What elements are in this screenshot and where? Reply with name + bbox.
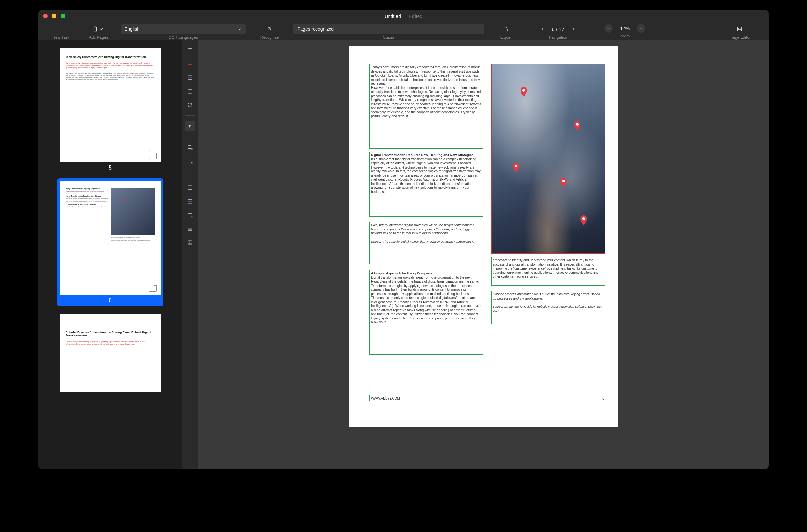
thumb-body: This has left many companies striving to… [65,72,155,80]
new-task-button[interactable] [54,24,68,34]
pointer-tool[interactable] [185,121,195,131]
remove-area-part-tool[interactable] [185,156,195,166]
table-area-tool[interactable] [185,72,195,83]
chevron-down-icon [237,27,242,31]
svg-rect-16 [188,227,192,231]
map-pin-icon [512,163,520,172]
text-block[interactable]: A Unique Approach for Every Company Digi… [369,270,483,355]
image-editor-label: Image Editor [728,35,751,40]
page-indicator[interactable]: 6 / 17 [549,26,567,32]
recognize-button[interactable] [263,24,276,34]
thumb-number: 6 [60,297,161,304]
toolbar: New Task Add Pages English OCR Languages [38,22,769,40]
ocr-languages-label: OCR Languages [169,35,197,40]
barcode-area-tool[interactable] [185,86,195,96]
text-block-quote[interactable]: Robotic process automation tools cut cos… [491,291,605,324]
text-area-tool[interactable]: T [185,45,195,55]
minimize-window-button[interactable] [52,14,56,18]
table-add-hsep-tool[interactable] [185,196,195,207]
footer-url-block[interactable]: WWW.ABBYY.COM [369,395,405,401]
zoom-in-button[interactable]: + [637,24,645,33]
recognize-label: Recognize [261,35,279,40]
add-pages-label: Add Pages [89,35,108,40]
thumbnail-5[interactable]: Tech Savvy Customers Are Driving Digital… [57,46,163,174]
picture-block[interactable] [491,64,605,253]
thumbnail-sidebar[interactable]: Tech Savvy Customers Are Driving Digital… [38,40,182,470]
close-window-button[interactable] [43,14,47,18]
add-pages-button[interactable] [89,24,108,34]
status-bar[interactable]: Pages recognized [293,24,484,34]
navigation-label: Navigation [549,35,568,40]
text-block[interactable]: Digital Transformation Requires New Thin… [369,152,483,217]
thumb-intro: We are currently witnessing unprecedente… [65,62,155,69]
titlebar: Untitled — Edited [38,10,769,22]
table-delete-sep-tool[interactable] [185,210,195,220]
thumbnail-6[interactable]: Today's consumers are digitally empowere… [57,178,163,306]
table-split-tool[interactable] [185,237,195,248]
status-label: Status [383,35,394,40]
svg-text:T: T [189,49,191,52]
new-task-label: New Task [53,35,70,40]
status-value: Pages recognized [297,26,334,32]
svg-rect-1 [737,27,742,31]
thumbnail-7[interactable]: Robotic Process Automation – A Driving F… [57,311,163,395]
map-pin-icon [560,178,568,187]
footer-pagenum-block[interactable]: 6 [601,395,606,401]
svg-rect-8 [188,103,192,107]
text-block[interactable]: processes to identify and understand you… [491,257,605,286]
page-6[interactable]: Today's consumers are digitally empowere… [349,46,618,427]
svg-rect-11 [188,159,191,162]
thumb-heading: Tech Savvy Customers Are Driving Digital… [65,55,155,59]
app-window: Untitled — Edited New Task Add Pages Eng [38,10,769,470]
picture-area-tool[interactable] [185,59,195,69]
map-pin-icon [573,121,581,131]
prev-page-button[interactable] [537,24,547,34]
next-page-button[interactable] [569,24,578,34]
zoom-value[interactable]: 17% [615,26,635,31]
export-button[interactable] [499,24,512,34]
ocr-language-select[interactable]: English [121,24,246,34]
text-block-quote[interactable]: Bold, tightly integrated digital strateg… [369,222,483,264]
svg-rect-7 [188,89,192,93]
page-viewer[interactable]: Today's consumers are digitally empowere… [198,40,769,470]
zoom-window-button[interactable] [61,14,65,18]
export-label: Export [500,35,512,40]
thumb-heading: Robotic Process Automation – A Driving F… [65,330,155,337]
image-editor-button[interactable] [733,24,746,34]
chevron-down-icon [98,26,104,32]
svg-rect-5 [188,62,192,66]
ocr-language-value: English [124,26,139,32]
window-controls [43,14,65,18]
svg-point-21 [562,179,565,182]
svg-point-22 [582,217,585,220]
thumb-number: 5 [60,164,161,171]
page-type-icon [149,283,157,292]
zoom-label: Zoom [620,34,630,38]
map-pin-icon [520,87,528,97]
window-title: Untitled — Edited [385,13,423,19]
add-area-part-tool[interactable] [185,142,195,153]
thumb-intro: The volume and complexity of content is … [65,341,155,345]
city-aerial-image [492,64,605,253]
svg-rect-9 [188,146,191,148]
svg-rect-17 [188,241,192,245]
table-merge-tool[interactable] [185,224,195,234]
zoom-out-button[interactable]: − [604,24,613,33]
page-type-icon [149,150,157,159]
svg-point-18 [522,89,525,92]
text-block[interactable]: Today's consumers are digitally empowere… [369,64,483,149]
recognition-area-tool[interactable] [185,100,195,110]
area-toolstrip: T [182,40,198,470]
svg-point-20 [515,165,517,167]
svg-point-19 [576,123,578,126]
map-pin-icon [580,215,588,225]
table-add-vsep-tool[interactable] [185,183,195,193]
